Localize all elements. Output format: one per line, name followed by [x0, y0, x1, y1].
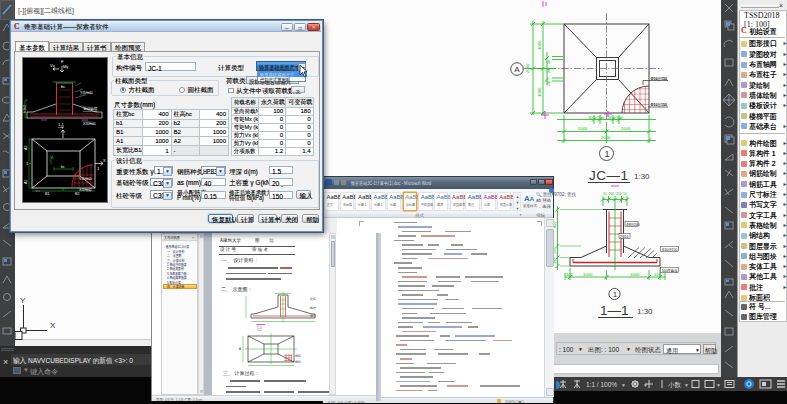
- svg-text:Y: Y: [20, 296, 26, 305]
- svg-text:A1: A1: [24, 180, 28, 184]
- svg-text:▼: ▼: [716, 382, 721, 388]
- svg-text:Vx: Vx: [50, 63, 55, 68]
- svg-text:Y: Y: [61, 125, 64, 130]
- svg-text:200: 200: [547, 67, 551, 73]
- svg-text:1:30: 1:30: [634, 172, 650, 181]
- svg-text:h1h2: h1h2: [23, 105, 27, 113]
- svg-text:B1: B1: [45, 192, 49, 196]
- svg-text:A2: A2: [24, 146, 28, 150]
- svg-text:Y向钢筋: Y向钢筋: [80, 90, 94, 95]
- svg-text:1-1: 1-1: [257, 326, 262, 330]
- svg-text:垫层: 垫层: [310, 306, 316, 310]
- svg-text:1:30: 1:30: [637, 307, 653, 316]
- svg-text:2Φ16: 2Φ16: [620, 235, 628, 239]
- svg-text:底筋: 底筋: [310, 314, 316, 318]
- svg-text:1:1 / 100%: 1:1 / 100%: [586, 381, 617, 388]
- svg-text:钢筋: 钢筋: [294, 354, 301, 358]
- svg-text:200: 200: [609, 192, 615, 196]
- svg-text:1: 1: [613, 290, 618, 299]
- svg-text:柱筋: 柱筋: [310, 297, 316, 301]
- svg-text:bc: bc: [61, 165, 65, 169]
- svg-text:Φ10@150: Φ10@150: [651, 103, 667, 107]
- svg-text:My: My: [63, 64, 68, 69]
- svg-text:1000: 1000: [630, 272, 640, 277]
- svg-text:1000: 1000: [583, 272, 593, 277]
- svg-text:Y向钢筋: Y向钢筋: [79, 176, 93, 181]
- svg-text:1000: 1000: [537, 87, 542, 97]
- svg-text:ld: ld: [50, 155, 53, 159]
- svg-text:100: 100: [566, 272, 574, 277]
- svg-text:50: 50: [603, 192, 607, 196]
- svg-text:250: 250: [547, 80, 551, 86]
- svg-text:50: 50: [623, 192, 627, 196]
- svg-text:1: 1: [97, 166, 100, 171]
- svg-text:2000: 2000: [525, 63, 530, 73]
- svg-text:钢筋: 钢筋: [294, 360, 301, 364]
- svg-text:A: A: [514, 65, 520, 74]
- svg-text:Φ10@150: Φ10@150: [651, 77, 667, 81]
- svg-text:1000: 1000: [537, 40, 542, 50]
- svg-text:▼: ▼: [684, 382, 689, 388]
- svg-text:bc: bc: [61, 84, 65, 89]
- svg-text:1000: 1000: [621, 126, 631, 131]
- svg-text:Φ8@200: Φ8@200: [626, 223, 640, 227]
- svg-text:1: 1: [26, 161, 29, 166]
- svg-text:1—1: 1—1: [600, 303, 629, 318]
- svg-text:▼: ▼: [621, 382, 626, 388]
- svg-text:A: A: [239, 347, 241, 351]
- svg-text:X: X: [50, 321, 56, 330]
- svg-text:200: 200: [616, 192, 622, 196]
- svg-text:JC—1: JC—1: [589, 168, 629, 183]
- svg-text:▼: ▼: [643, 382, 648, 388]
- svg-text:1: 1: [605, 149, 610, 159]
- svg-text:小数: 小数: [668, 381, 682, 388]
- svg-text:B2: B2: [75, 192, 79, 196]
- svg-text:1000: 1000: [578, 126, 588, 131]
- svg-text:50: 50: [547, 60, 551, 64]
- svg-text:X: X: [103, 158, 106, 163]
- svg-text:100厚垫层: 100厚垫层: [662, 269, 678, 273]
- svg-text:Φ10@150: Φ10@150: [662, 248, 678, 252]
- svg-text:2000: 2000: [601, 135, 611, 140]
